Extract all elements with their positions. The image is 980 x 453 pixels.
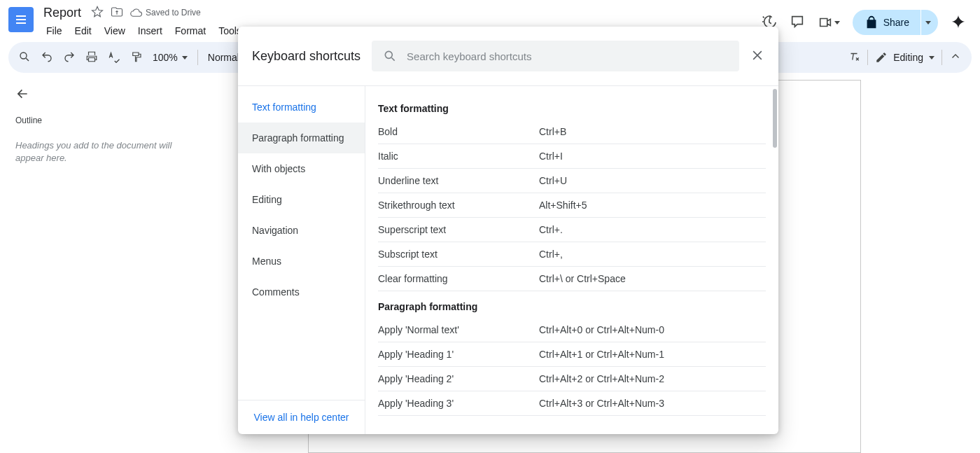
shortcut-key: Ctrl+Alt+0 or Ctrl+Alt+Num-0 bbox=[539, 324, 664, 335]
close-icon[interactable] bbox=[750, 48, 764, 64]
dialog-layer: Keyboard shortcuts Text formattingParagr… bbox=[0, 0, 980, 453]
shortcut-key: Alt+Shift+5 bbox=[539, 200, 587, 211]
shortcut-row: BoldCtrl+B bbox=[378, 120, 766, 144]
shortcut-row: Strikethrough textAlt+Shift+5 bbox=[378, 193, 766, 218]
shortcut-key: Ctrl+. bbox=[539, 224, 563, 235]
dialog-nav-item[interactable]: Editing bbox=[238, 184, 365, 215]
shortcut-name: Subscript text bbox=[378, 249, 539, 260]
shortcut-name: Italic bbox=[378, 151, 539, 162]
dialog-nav-item[interactable]: Comments bbox=[238, 277, 365, 307]
shortcut-row: Clear formattingCtrl+\ or Ctrl+Space bbox=[378, 267, 766, 291]
shortcut-key: Ctrl+Alt+2 or Ctrl+Alt+Num-2 bbox=[539, 373, 664, 384]
dialog-footer: View all in help center bbox=[238, 400, 365, 434]
shortcut-key: Ctrl+, bbox=[539, 249, 563, 260]
dialog-nav-item[interactable]: Paragraph formatting bbox=[238, 123, 365, 153]
dialog-nav-item[interactable]: Text formatting bbox=[238, 92, 365, 123]
dialog-content[interactable]: Text formattingBoldCtrl+BItalicCtrl+IUnd… bbox=[365, 86, 778, 434]
shortcut-row: Apply 'Heading 3'Ctrl+Alt+3 or Ctrl+Alt+… bbox=[378, 391, 766, 416]
shortcut-key: Ctrl+Alt+1 or Ctrl+Alt+Num-1 bbox=[539, 349, 664, 360]
dialog-nav: Text formattingParagraph formattingWith … bbox=[238, 86, 365, 434]
shortcut-section-title: Text formatting bbox=[378, 93, 766, 120]
shortcut-key: Ctrl+I bbox=[539, 151, 563, 162]
dialog-nav-item[interactable]: Menus bbox=[238, 246, 365, 277]
shortcut-name: Underline text bbox=[378, 175, 539, 186]
shortcut-name: Clear formatting bbox=[378, 273, 539, 284]
shortcut-row: Underline textCtrl+U bbox=[378, 169, 766, 193]
shortcut-row: Apply 'Heading 1'Ctrl+Alt+1 or Ctrl+Alt+… bbox=[378, 342, 766, 367]
shortcut-key: Ctrl+B bbox=[539, 126, 566, 137]
dialog-search-input[interactable] bbox=[405, 50, 728, 63]
shortcut-name: Strikethrough text bbox=[378, 200, 539, 211]
shortcut-key: Ctrl+U bbox=[539, 175, 567, 186]
view-all-help-link[interactable]: View all in help center bbox=[254, 412, 349, 423]
shortcut-name: Apply 'Heading 3' bbox=[378, 398, 539, 409]
dialog-title: Keyboard shortcuts bbox=[252, 49, 360, 64]
scrollbar-thumb[interactable] bbox=[773, 89, 777, 148]
search-icon bbox=[383, 49, 397, 63]
shortcut-section-title: Paragraph formatting bbox=[378, 291, 766, 318]
shortcut-row: Apply 'Normal text'Ctrl+Alt+0 or Ctrl+Al… bbox=[378, 318, 766, 342]
shortcut-key: Ctrl+Alt+3 or Ctrl+Alt+Num-3 bbox=[539, 398, 664, 409]
dialog-nav-item[interactable]: Navigation bbox=[238, 215, 365, 246]
shortcut-name: Apply 'Heading 1' bbox=[378, 349, 539, 360]
dialog-search[interactable] bbox=[372, 41, 739, 71]
shortcut-name: Apply 'Heading 2' bbox=[378, 373, 539, 384]
svg-point-1 bbox=[385, 51, 392, 58]
shortcut-name: Superscript text bbox=[378, 224, 539, 235]
shortcut-row: Subscript textCtrl+, bbox=[378, 242, 766, 267]
shortcut-row: Apply 'Heading 2'Ctrl+Alt+2 or Ctrl+Alt+… bbox=[378, 367, 766, 391]
dialog-nav-item[interactable]: With objects bbox=[238, 153, 365, 184]
shortcut-name: Bold bbox=[378, 126, 539, 137]
shortcut-key: Ctrl+\ or Ctrl+Space bbox=[539, 273, 626, 284]
shortcut-row: ItalicCtrl+I bbox=[378, 144, 766, 169]
keyboard-shortcuts-dialog: Keyboard shortcuts Text formattingParagr… bbox=[238, 27, 778, 434]
shortcut-row: Superscript textCtrl+. bbox=[378, 218, 766, 242]
shortcut-name: Apply 'Normal text' bbox=[378, 324, 539, 335]
